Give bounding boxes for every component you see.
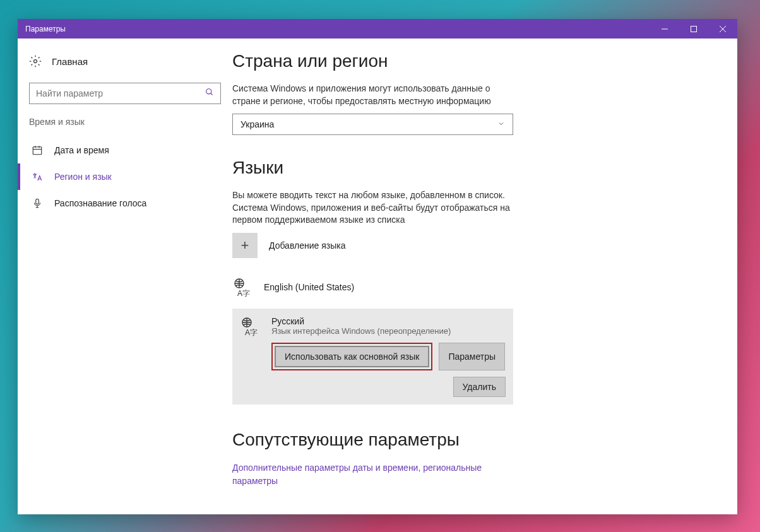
language-name: English (United States)	[264, 282, 354, 292]
home-label: Главная	[52, 56, 88, 67]
minimize-button[interactable]	[650, 19, 679, 38]
svg-text:A字: A字	[245, 328, 258, 336]
language-item-russian-selected: A字 Русский Язык интерфейса Windows (пере…	[232, 309, 513, 405]
sidebar-item-datetime[interactable]: Дата и время	[18, 137, 232, 163]
plus-icon: +	[232, 233, 258, 258]
search-input[interactable]	[36, 88, 205, 98]
svg-rect-7	[33, 147, 42, 155]
region-desc: Система Windows и приложения могут испол…	[232, 83, 513, 107]
svg-point-4	[34, 60, 37, 63]
sidebar-item-label: Распознавание голоса	[54, 198, 146, 208]
languages-heading: Языки	[232, 158, 712, 178]
search-icon	[205, 88, 214, 99]
sidebar-item-label: Регион и язык	[54, 172, 112, 182]
language-name: Русский	[271, 316, 451, 326]
country-dropdown[interactable]: Украина	[232, 114, 513, 135]
gear-icon	[29, 55, 42, 68]
highlight-frame: Использовать как основной язык	[271, 343, 432, 370]
sidebar-item-region-language[interactable]: Регион и язык	[18, 163, 232, 190]
add-language-button[interactable]: + Добавление языка	[232, 233, 712, 258]
content-area: Главная Время и язык Дата и время Ре	[18, 38, 737, 514]
remove-language-button[interactable]: Удалить	[453, 377, 506, 397]
sidebar: Главная Время и язык Дата и время Ре	[18, 38, 232, 514]
region-heading: Страна или регион	[232, 51, 712, 71]
language-text-block: Русский Язык интерфейса Windows (переопр…	[271, 316, 451, 336]
titlebar: Параметры	[18, 19, 737, 38]
chevron-down-icon	[497, 119, 505, 129]
maximize-button[interactable]	[679, 19, 708, 38]
settings-window: Параметры Главная	[18, 19, 737, 514]
related-section: Сопутствующие параметры Дополнительные п…	[232, 430, 712, 488]
language-glyph-icon: A字	[232, 277, 252, 297]
add-language-label: Добавление языка	[269, 240, 346, 251]
svg-rect-11	[36, 199, 39, 204]
microphone-icon	[32, 198, 43, 209]
window-controls	[650, 19, 737, 38]
clock-calendar-icon	[32, 145, 43, 156]
related-link[interactable]: Дополнительные параметры даты и времени,…	[232, 461, 513, 488]
section-label: Время и язык	[18, 117, 232, 137]
language-subtitle: Язык интерфейса Windows (переопределение…	[271, 326, 451, 336]
language-options-button[interactable]: Параметры	[439, 343, 505, 370]
svg-text:A字: A字	[237, 289, 250, 297]
home-link[interactable]: Главная	[18, 51, 232, 71]
svg-line-6	[211, 93, 213, 95]
svg-rect-1	[691, 26, 697, 32]
dropdown-value: Украина	[240, 119, 497, 129]
set-default-button[interactable]: Использовать как основной язык	[275, 346, 429, 367]
language-item-russian[interactable]: A字 Русский Язык интерфейса Windows (пере…	[240, 316, 506, 343]
language-glyph-icon: A字	[240, 316, 260, 336]
main-panel: Страна или регион Система Windows и прил…	[232, 38, 737, 514]
window-title: Параметры	[25, 25, 650, 33]
language-icon	[32, 171, 43, 182]
language-item-english[interactable]: A字 English (United States)	[232, 272, 712, 302]
search-box[interactable]	[29, 83, 221, 104]
language-action-buttons-row2: Удалить	[240, 377, 506, 397]
language-action-buttons: Использовать как основной язык Параметры	[240, 343, 506, 370]
close-button[interactable]	[708, 19, 737, 38]
languages-desc: Вы можете вводить текст на любом языке, …	[232, 189, 513, 227]
sidebar-item-label: Дата и время	[54, 145, 109, 155]
svg-point-5	[206, 89, 211, 94]
related-heading: Сопутствующие параметры	[232, 430, 712, 450]
sidebar-item-speech[interactable]: Распознавание голоса	[18, 190, 232, 216]
